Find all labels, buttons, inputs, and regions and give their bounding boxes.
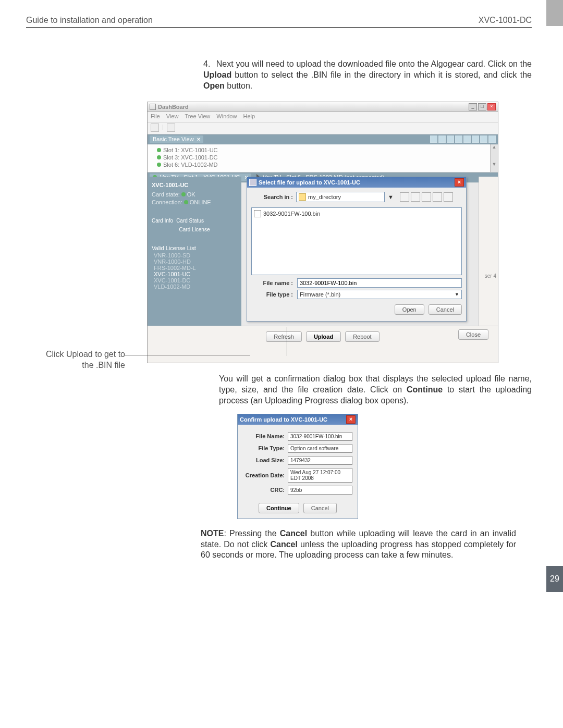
dialog-title: Select file for upload to XVC-1001-UC bbox=[259, 179, 360, 186]
status-dot-icon bbox=[157, 148, 161, 152]
confirm-loadsize: 1479432 bbox=[288, 456, 352, 465]
tab-close-icon[interactable]: × bbox=[197, 136, 200, 142]
minimize-icon[interactable]: _ bbox=[469, 103, 477, 110]
license-list-label: Valid License List bbox=[152, 245, 196, 251]
file-chooser-dialog[interactable]: Select file for upload to XVC-1001-UC × … bbox=[247, 177, 467, 322]
filetype-select[interactable]: Firmware (*.bin) ▼ bbox=[297, 290, 462, 299]
license-item: VNR-1000-HD bbox=[154, 258, 237, 265]
directory-combo[interactable]: my_directory bbox=[296, 192, 385, 202]
status-dot-icon bbox=[157, 163, 161, 167]
license-item: XVC-1001-UC bbox=[154, 271, 237, 277]
app-icon bbox=[150, 104, 156, 110]
filename-label: File name : bbox=[251, 280, 293, 286]
file-icon bbox=[254, 210, 261, 217]
new-folder-icon[interactable] bbox=[422, 192, 431, 202]
close-icon[interactable]: × bbox=[455, 178, 464, 187]
status-dot-icon bbox=[181, 192, 186, 196]
details-view-icon[interactable] bbox=[444, 192, 453, 202]
card-info-panel: XVC-1001-UC Card state:OK Connection:ONL… bbox=[148, 177, 241, 328]
tabbar-icon[interactable] bbox=[438, 135, 446, 143]
status-dot-icon bbox=[157, 155, 161, 159]
tabbar-icon[interactable] bbox=[463, 135, 471, 143]
cancel-button[interactable]: Cancel bbox=[429, 304, 462, 315]
menu-window[interactable]: Window bbox=[216, 113, 237, 121]
tree-item[interactable]: Slot 1: XVC-1001-UC bbox=[157, 146, 488, 154]
upload-button[interactable]: Upload bbox=[306, 331, 341, 342]
menu-file[interactable]: File bbox=[151, 113, 160, 121]
close-button[interactable]: Close bbox=[458, 329, 488, 340]
dialog-icon bbox=[249, 179, 256, 186]
confirm-date: Wed Aug 27 12:07:00 EDT 2008 bbox=[288, 468, 352, 483]
paragraph-confirmation: You will get a confirmation dialog box t… bbox=[219, 374, 532, 406]
step-4: 4. Next you will need to upload the down… bbox=[203, 59, 532, 91]
nav-up-icon[interactable] bbox=[400, 192, 409, 202]
tabbar-icon[interactable] bbox=[480, 135, 487, 143]
toolbar-icon-1[interactable] bbox=[151, 124, 159, 132]
search-in-label: Search in : bbox=[251, 194, 293, 200]
header-right: XVC-1001-DC bbox=[479, 16, 532, 25]
callout-text: Click Upload to get to the .BIN file bbox=[31, 349, 125, 371]
confirm-crc: 92bb bbox=[288, 486, 352, 495]
close-icon[interactable]: × bbox=[487, 103, 496, 110]
list-view-icon[interactable] bbox=[433, 192, 442, 202]
chevron-down-icon[interactable]: ▼ bbox=[388, 194, 394, 200]
refresh-button[interactable]: Refresh bbox=[266, 331, 302, 342]
file-list[interactable]: 3032-9001FW-100.bin bbox=[251, 207, 462, 275]
page-header: Guide to installation and operation XVC-… bbox=[26, 16, 532, 28]
tree-item[interactable]: Slot 3: XVC-1001-DC bbox=[157, 154, 488, 161]
dialog-title: Confirm upload to XVC-1001-UC bbox=[240, 416, 327, 423]
reboot-button[interactable]: Reboot bbox=[345, 331, 379, 342]
toolbar: | bbox=[148, 122, 498, 134]
filename-input[interactable] bbox=[297, 278, 462, 288]
license-item: VNR-1000-SD bbox=[154, 252, 237, 258]
confirm-dialog-screenshot: Confirm upload to XVC-1001-UC × File Nam… bbox=[237, 414, 358, 519]
tabbar-icon[interactable] bbox=[455, 135, 462, 143]
window-title: DashBoard bbox=[158, 104, 469, 110]
menu-bar: File View Tree View Window Help bbox=[148, 112, 498, 122]
continue-button[interactable]: Continue bbox=[259, 503, 299, 513]
open-button[interactable]: Open bbox=[395, 304, 424, 315]
menu-treeview[interactable]: Tree View bbox=[185, 113, 210, 121]
note-paragraph: NOTE: Pressing the Cancel button while u… bbox=[201, 528, 516, 561]
card-name: XVC-1001-UC bbox=[152, 182, 237, 188]
toolbar-icon-2[interactable] bbox=[167, 124, 175, 132]
scroll-down-icon[interactable]: ▼ bbox=[491, 162, 498, 168]
tree-view[interactable]: Slot 1: XVC-1001-UC Slot 3: XVC-1001-DC … bbox=[148, 144, 498, 172]
header-left: Guide to installation and operation bbox=[26, 16, 153, 25]
menu-view[interactable]: View bbox=[166, 113, 179, 121]
folder-icon bbox=[299, 193, 306, 201]
scroll-up-icon[interactable]: ▲ bbox=[491, 144, 498, 151]
confirm-filename: 3032-9001FW-100.bin bbox=[288, 432, 352, 441]
dashboard-screenshot: DashBoard _ □ × File View Tree View Wind… bbox=[147, 102, 498, 363]
status-dot-icon bbox=[184, 200, 188, 204]
filetype-label: File type : bbox=[251, 291, 293, 298]
right-gutter: ser 4 bbox=[479, 177, 498, 328]
license-item: FRS-1002-MD-L bbox=[154, 265, 237, 271]
chevron-down-icon[interactable]: ▼ bbox=[455, 292, 459, 297]
cancel-button[interactable]: Cancel bbox=[303, 503, 337, 513]
window-titlebar[interactable]: DashBoard _ □ × bbox=[148, 102, 498, 112]
file-item[interactable]: 3032-9001FW-100.bin bbox=[254, 210, 459, 217]
confirm-filetype: Option card software bbox=[288, 444, 352, 453]
menu-help[interactable]: Help bbox=[243, 113, 255, 121]
tabbar-icon[interactable] bbox=[472, 135, 479, 143]
tabbar-icon[interactable] bbox=[488, 135, 496, 143]
tabbar-icon[interactable] bbox=[430, 135, 437, 143]
page-number: 29 bbox=[546, 566, 563, 592]
scrollbar[interactable]: ▲ ▼ bbox=[490, 144, 498, 172]
close-icon[interactable]: × bbox=[346, 415, 356, 424]
home-icon[interactable] bbox=[411, 192, 420, 202]
tab-basic-tree-view[interactable]: Basic Tree View× bbox=[150, 135, 203, 143]
tabbar-icon[interactable] bbox=[447, 135, 454, 143]
license-item: VLD-1002-MD bbox=[154, 283, 237, 290]
tab-card-license[interactable]: Card License bbox=[152, 227, 237, 232]
tab-card-status[interactable]: Card Status bbox=[176, 218, 204, 224]
maximize-icon[interactable]: □ bbox=[478, 103, 486, 110]
license-item: XVC-1001-DC bbox=[154, 277, 237, 283]
tree-item[interactable]: Slot 6: VLD-1002-MD bbox=[157, 161, 488, 168]
tab-card-info[interactable]: Card Info bbox=[152, 218, 173, 224]
